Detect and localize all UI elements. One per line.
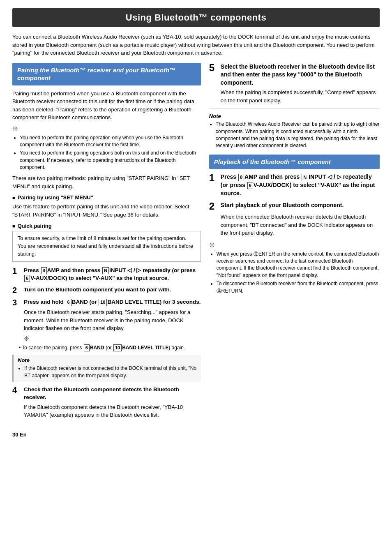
playback-step-1: 1 Press 8AMP and then press NINPUT ◁ / ▷… (209, 173, 380, 197)
step-2-text: Turn on the Bluetooth component you want… (24, 286, 171, 294)
step-5-note-title: Note (209, 113, 380, 119)
step-1: 1 Press 8AMP and then press NINPUT ◁ / ▷… (12, 267, 201, 282)
kbd-bandlvl: 10 (99, 299, 107, 306)
playback-step-2-num: 2 (209, 201, 217, 211)
step-4-num: 4 (12, 386, 21, 394)
step-5-heading: 5 Select the Bluetooth receiver in the B… (209, 63, 380, 87)
step-4-text: Check that the Bluetooth component detec… (24, 386, 201, 402)
playback-tip-2: To disconnect the Bluetooth receiver fro… (217, 280, 380, 295)
step-4-heading: 4 Check that the Bluetooth component det… (12, 386, 201, 402)
playback-step-1-num: 1 (209, 173, 217, 183)
step-2: 2 Turn on the Bluetooth component you wa… (12, 286, 201, 294)
step-3-note-title: Note (18, 357, 197, 363)
kbd-input-label-1: INPUT (109, 267, 126, 273)
left-column: Pairing the Bluetooth™ receiver and your… (12, 63, 201, 423)
playback-step-2-body: When the connected Bluetooth receiver de… (221, 213, 380, 237)
step-2-num: 2 (12, 286, 21, 294)
quick-pairing-label: Quick pairing (18, 223, 52, 229)
step-1-num: 1 (12, 267, 21, 275)
cancel-note-text: To cancel the pairing, press 6BAND (or 1… (22, 345, 185, 351)
kbd-amp-play1: 8 (238, 174, 244, 181)
pairing-tip-1: You need to perform the pairing operatio… (20, 134, 201, 149)
step-5-note: Note The Bluetooth Wireless Audio Receiv… (209, 113, 380, 150)
playback-step-1-text: Press 8AMP and then press NINPUT ◁ / ▷ r… (221, 173, 380, 197)
kbd-bandlvl-2: 10 (113, 344, 122, 351)
playback-tip-1: When you press ⑫ENTER on the remote cont… (217, 251, 380, 279)
pairing-intro: Pairing must be performed when you use a… (12, 90, 201, 122)
kbd-vaux-1: 6 (24, 275, 30, 282)
step-5-note-item-1: The Bluetooth Wireless Audio Receiver ca… (216, 121, 380, 150)
step-3-num: 3 (12, 298, 21, 307)
pairing-methods-text: There are two pairing methods: pairing b… (12, 174, 201, 190)
step-5-body: When the pairing is completed successful… (221, 88, 380, 104)
two-column-layout: Pairing the Bluetooth™ receiver and your… (12, 63, 380, 423)
kbd-bandlvl-label: BAND LEVEL TITLE (107, 299, 159, 305)
step-5-note-list: The Bluetooth Wireless Audio Receiver ca… (216, 121, 380, 150)
step-1-heading: 1 Press 8AMP and then press NINPUT ◁ / ▷… (12, 267, 201, 282)
playback-section-title: Playback of the Bluetooth™ component (214, 158, 375, 166)
step-4-body: If the Bluetooth component detects the B… (24, 403, 201, 419)
kbd-amp-1: 8 (41, 267, 47, 274)
cancel-note: To cancel the pairing, press 6BAND (or 1… (19, 344, 201, 351)
set-menu-heading: Pairing by using "SET MENU" (12, 194, 201, 201)
kbd-vaux-play1: 6 (247, 182, 253, 189)
playback-step-1-heading: 1 Press 8AMP and then press NINPUT ◁ / ▷… (209, 173, 380, 197)
step-3-note-item-1: If the Bluetooth receiver is not connect… (24, 365, 197, 379)
step-3: 3 Press and hold 6BAND (or 10BAND LEVEL … (12, 298, 201, 382)
page-footer: 30 En (12, 432, 380, 438)
page-number: 30 En (12, 432, 27, 438)
kbd-band-label-1: BAND (72, 299, 88, 305)
kbd-amp-label-1: AMP (47, 267, 60, 273)
playback-tip-list: When you press ⑫ENTER on the remote cont… (217, 251, 380, 295)
right-column: 5 Select the Bluetooth receiver in the B… (209, 63, 380, 423)
kbd-bandlvl-label-2: BAND LEVEL TITLE (122, 345, 168, 351)
step-3-note-list: If the Bluetooth receiver is not connect… (24, 365, 197, 379)
set-menu-label: Pairing by using "SET MENU" (18, 194, 93, 201)
pairing-section-title: Pairing the Bluetooth™ receiver and your… (17, 66, 196, 82)
kbd-vaux-label-1: V-AUX/DOCK (30, 275, 65, 281)
set-menu-text: Use this feature to perform pairing of t… (12, 203, 201, 219)
kbd-amp-play1-label: AMP (244, 173, 257, 180)
divider-1 (209, 108, 380, 109)
kbd-band-1: 6 (66, 299, 71, 306)
page-title: Using Bluetooth™ components (21, 12, 371, 23)
tip-icon-play: ❊ (209, 241, 380, 249)
pairing-tip-2: You need to perform the pairing operatio… (20, 150, 201, 171)
playback-step-2: 2 Start playback of your Bluetooth compo… (209, 201, 380, 237)
step-3-heading: 3 Press and hold 6BAND (or 10BAND LEVEL … (12, 298, 201, 307)
kbd-input-play1-label: INPUT (309, 173, 326, 180)
kbd-input-1: N (102, 267, 109, 274)
step-5: 5 Select the Bluetooth receiver in the B… (209, 63, 380, 150)
page-title-box: Using Bluetooth™ components (12, 8, 380, 27)
kbd-band-label-2: BAND (90, 345, 104, 351)
step-3-body: Once the Bluetooth receiver starts pairi… (24, 308, 201, 332)
quick-pairing-box: To ensure security, a time limit of 8 mi… (12, 231, 201, 261)
quick-pairing-heading: Quick pairing (12, 223, 201, 229)
playback-section-header: Playback of the Bluetooth™ component (209, 155, 380, 169)
kbd-vaux-play1-label: V-AUX/DOCK (254, 182, 290, 188)
step-3-note: Note If the Bluetooth receiver is not co… (12, 355, 201, 382)
step-5-num: 5 (209, 63, 217, 73)
playback-step-2-text: Start playback of your Bluetooth compone… (221, 201, 344, 210)
intro-paragraph: You can connect a Bluetooth Wireless Aud… (12, 33, 380, 57)
tip-icon-1: ❊ (12, 125, 201, 133)
tip-icon-2: ❊ (24, 335, 201, 343)
pairing-section-header: Pairing the Bluetooth™ receiver and your… (12, 63, 201, 85)
step-4: 4 Check that the Bluetooth component det… (12, 386, 201, 419)
step-3-text: Press and hold 6BAND (or 10BAND LEVEL TI… (24, 298, 201, 306)
step-1-text: Press 8AMP and then press NINPUT ◁ / ▷ r… (24, 267, 201, 282)
step-2-heading: 2 Turn on the Bluetooth component you wa… (12, 286, 201, 294)
kbd-input-play1: N (302, 174, 308, 181)
step-5-text: Select the Bluetooth receiver in the Blu… (221, 63, 380, 87)
playback-step-2-heading: 2 Start playback of your Bluetooth compo… (209, 201, 380, 211)
kbd-band-2: 6 (84, 344, 90, 351)
quick-pairing-text: To ensure security, a time limit of 8 mi… (18, 235, 193, 257)
pairing-tip-list: You need to perform the pairing operatio… (20, 134, 201, 171)
